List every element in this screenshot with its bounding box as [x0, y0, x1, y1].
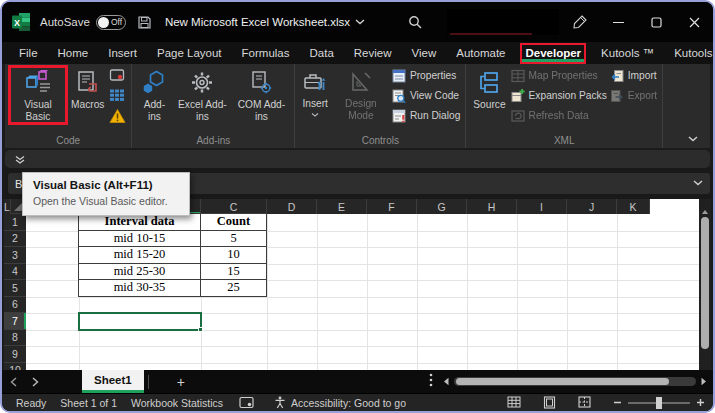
column-header-C[interactable]: C	[201, 199, 267, 214]
macros-button[interactable]: Macros	[69, 67, 106, 112]
cell-C2[interactable]: 5	[200, 230, 267, 248]
zoom-slider-track[interactable]	[628, 402, 690, 404]
worksheet-grid[interactable]: ABCDEFGHIJKL12345678910Interval dataCoun…	[4, 199, 711, 370]
cell-C1[interactable]: Count	[200, 213, 267, 231]
draw-icon[interactable]	[573, 15, 587, 29]
ribbon-tab-file[interactable]: File	[16, 45, 41, 61]
ribbon-tab-kutools[interactable]: Kutools ™	[598, 45, 657, 61]
ribbon-tab-developer[interactable]: Developer	[522, 45, 584, 62]
macro-security-icon[interactable]	[109, 107, 126, 124]
collapse-ribbon-icon[interactable]	[688, 136, 698, 142]
row-header-2[interactable]: 2	[4, 231, 26, 248]
view-page-break-icon[interactable]	[578, 396, 591, 409]
hscroll-right-icon[interactable]	[700, 377, 708, 386]
ribbon-tab-home[interactable]: Home	[55, 45, 92, 61]
view-code-button[interactable]: View Code	[392, 87, 460, 104]
visual-basic-button[interactable]: Visual Basic	[10, 67, 66, 123]
record-macro-icon[interactable]	[109, 67, 126, 84]
selection-fill-handle[interactable]	[198, 327, 203, 332]
horizontal-scrollbar[interactable]	[442, 376, 708, 387]
column-header-G[interactable]: G	[417, 199, 467, 214]
ribbon-tab-formulas[interactable]: Formulas	[239, 45, 293, 61]
ribbon-tab-page-layout[interactable]: Page Layout	[154, 45, 225, 61]
selected-cell-B7[interactable]	[78, 312, 202, 331]
cell-B5[interactable]: mid 30-35	[78, 279, 201, 297]
row-header-1[interactable]: 1	[4, 214, 26, 231]
search-icon[interactable]	[408, 15, 422, 29]
ribbon-tab-data[interactable]: Data	[307, 45, 337, 61]
row-header-10[interactable]: 10	[4, 363, 26, 371]
row-header-5[interactable]: 5	[4, 280, 26, 297]
row-header-4[interactable]: 4	[4, 264, 26, 281]
relative-references-icon[interactable]	[109, 87, 126, 104]
row-header-8[interactable]: 8	[4, 330, 26, 347]
column-header-K[interactable]: K	[617, 199, 650, 214]
cell-C3[interactable]: 10	[200, 246, 267, 264]
properties-button[interactable]: Properties	[392, 67, 460, 84]
cell-C5[interactable]: 25	[200, 279, 267, 297]
add-ins-button[interactable]: Add-ins	[137, 67, 171, 123]
ribbon-tab-insert[interactable]: Insert	[105, 45, 140, 61]
accessibility-status[interactable]: Accessibility: Good to go	[291, 397, 406, 409]
insert-controls-icon	[303, 70, 327, 96]
sheet-nav-right-icon[interactable]	[24, 377, 46, 387]
view-normal-icon[interactable]	[507, 396, 521, 409]
column-header-E[interactable]: E	[317, 199, 367, 214]
excel-add-ins-button[interactable]: Excel Add-ins	[174, 67, 230, 123]
import-button[interactable]: Import	[610, 67, 657, 84]
autosave-toggle-knob	[98, 17, 109, 28]
column-header-J[interactable]: J	[567, 199, 617, 214]
cell-B4[interactable]: mid 25-30	[78, 263, 201, 281]
sheet-tab-sheet1[interactable]: Sheet1	[82, 370, 144, 393]
zoom-slider-handle[interactable]	[656, 397, 662, 409]
zoom-in-icon[interactable]	[696, 398, 705, 407]
ribbon-tab-review[interactable]: Review	[351, 45, 395, 61]
sheet-nav-left-icon[interactable]	[2, 377, 24, 387]
minimize-button[interactable]	[609, 14, 627, 30]
column-header-L[interactable]: L	[4, 199, 11, 214]
hscroll-left-icon[interactable]	[442, 377, 450, 386]
insert-button[interactable]: Insert	[300, 67, 329, 119]
maximize-button[interactable]	[647, 14, 665, 30]
zoom-out-icon[interactable]	[613, 398, 622, 407]
ribbon-tab-view[interactable]: View	[409, 45, 440, 61]
group-label-xml: XML	[466, 134, 662, 148]
column-header-H[interactable]: H	[467, 199, 517, 214]
expansion-packs-button[interactable]: Expansion Packs	[511, 87, 607, 104]
insert-label: Insert	[302, 98, 327, 109]
zoom-control	[613, 398, 705, 407]
run-dialog-button[interactable]: Run Dialog	[392, 107, 460, 124]
cell-B3[interactable]: mid 15-20	[78, 246, 201, 264]
vscroll-thumb[interactable]	[701, 217, 709, 349]
row-header-6[interactable]: 6	[4, 297, 26, 314]
qat-customize-icon[interactable]	[15, 155, 25, 164]
column-header-I[interactable]: I	[517, 199, 567, 214]
com-add-ins-button[interactable]: COM Add-ins	[233, 67, 289, 123]
document-title[interactable]: New Microsoft Excel Worksheet.xlsx	[165, 16, 350, 28]
sheet-options-dots-icon[interactable]	[429, 373, 433, 390]
macro-record-icon[interactable]	[239, 396, 254, 409]
close-button[interactable]	[685, 14, 703, 30]
add-sheet-button[interactable]: +	[177, 374, 185, 390]
hscroll-track[interactable]	[454, 377, 696, 386]
workbook-statistics-button[interactable]: Workbook Statistics	[131, 397, 223, 409]
ribbon-tab-automate[interactable]: Automate	[453, 45, 508, 61]
save-icon[interactable]	[138, 16, 151, 29]
insert-chevron-icon	[311, 113, 319, 118]
row-header-3[interactable]: 3	[4, 247, 26, 264]
cell-B2[interactable]: mid 10-15	[78, 230, 201, 248]
row-header-9[interactable]: 9	[4, 346, 26, 363]
autosave-toggle[interactable]: Off	[96, 15, 126, 30]
title-chevron-icon[interactable]	[355, 19, 365, 25]
hscroll-thumb[interactable]	[456, 378, 669, 385]
ribbon-tab-kutools-plus[interactable]: Kutools Plus	[671, 45, 715, 61]
column-header-F[interactable]: F	[367, 199, 417, 214]
formula-bar-expand-icon[interactable]	[693, 180, 703, 186]
source-button[interactable]: Source	[471, 67, 507, 112]
view-page-layout-icon[interactable]	[543, 396, 556, 409]
vertical-scrollbar[interactable]	[699, 199, 711, 370]
macros-label: Macros	[71, 99, 104, 110]
column-header-D[interactable]: D	[267, 199, 317, 214]
row-header-7[interactable]: 7	[4, 313, 26, 330]
cell-C4[interactable]: 15	[200, 263, 267, 281]
